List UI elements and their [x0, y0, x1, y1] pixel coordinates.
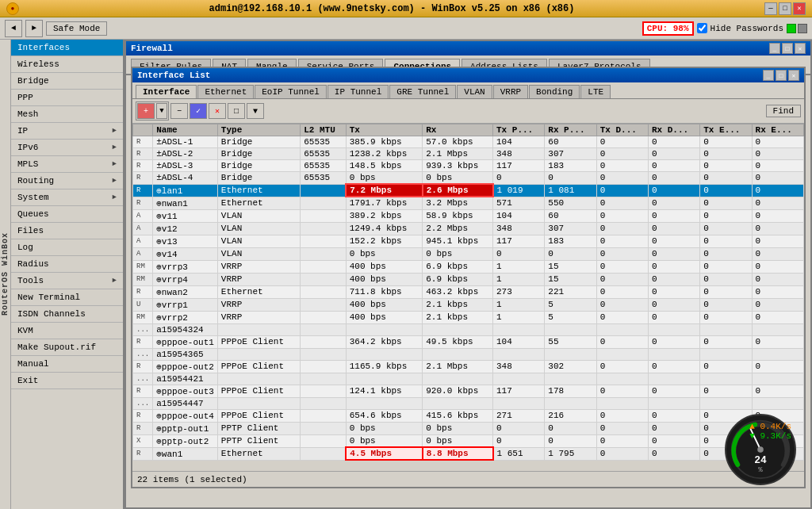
iface-close[interactable]: ✕ — [788, 70, 799, 81]
forward-button[interactable]: ► — [25, 20, 43, 37]
firewall-maximize[interactable]: □ — [782, 43, 793, 54]
inner-tab-eoip-tunnel[interactable]: EoIP Tunnel — [255, 85, 327, 98]
sidebar-item-isdn-channels[interactable]: ISDN Channels — [11, 306, 123, 323]
sidebar-item-manual[interactable]: Manual — [11, 356, 123, 373]
sidebar-item-ipv6[interactable]: IPv6► — [11, 140, 123, 156]
sidebar-item-system[interactable]: System► — [11, 189, 123, 206]
col-header-0[interactable] — [133, 124, 153, 136]
firewall-title-label: Firewall — [131, 44, 173, 53]
inner-tab-interface[interactable]: Interface — [136, 85, 197, 98]
add-button[interactable]: + — [137, 103, 155, 119]
sidebar-item-log[interactable]: Log — [11, 239, 123, 256]
col-header-2[interactable]: Type — [217, 124, 300, 136]
table-row[interactable]: R⊕wan1Ethernet4.5 Mbps8.8 Mbps1 6511 795… — [133, 447, 804, 460]
back-button[interactable]: ◄ — [5, 20, 22, 37]
comment-button[interactable]: □ — [228, 103, 245, 119]
disable-button[interactable]: ✕ — [209, 103, 226, 119]
cell-11: 0 — [752, 247, 803, 260]
cell-9: 0 — [648, 311, 699, 323]
iface-minimize[interactable]: _ — [763, 70, 774, 81]
table-row[interactable]: ...a15954421 — [133, 373, 804, 385]
iface-toolbar: + ▼ − ✓ ✕ □ ▼ Find — [132, 99, 804, 124]
sidebar-item-exit[interactable]: Exit — [11, 373, 123, 389]
table-row[interactable]: RM⊕vrrp4VRRP400 bps6.9 kbps1150000 — [133, 273, 804, 285]
table-row[interactable]: A⊕v14VLAN0 bps0 bps000000 — [133, 247, 804, 260]
table-row[interactable]: ...a15954365 — [133, 348, 804, 360]
cell-8 — [596, 373, 648, 385]
cell-5: 939.3 kbps — [423, 160, 493, 172]
sidebar-item-new-terminal[interactable]: New Terminal — [11, 289, 123, 306]
sidebar-item-wireless[interactable]: Wireless — [11, 56, 123, 73]
col-header-11[interactable]: Rx E... — [752, 124, 803, 136]
col-header-5[interactable]: Rx — [423, 124, 493, 136]
minimize-button[interactable]: ─ — [764, 2, 777, 15]
close-button[interactable]: ✕ — [793, 2, 806, 15]
enable-button[interactable]: ✓ — [190, 103, 207, 119]
table-row[interactable]: R⊕pppoe-out4PPPoE Client654.6 kbps415.6 … — [133, 409, 804, 422]
table-row[interactable]: R±ADSL-1Bridge65535385.9 kbps57.0 kbps10… — [133, 136, 804, 148]
gauge-background: 24 % ▲ 0.4K/s ▼ 9.3K/s — [725, 414, 796, 485]
sidebar-item-files[interactable]: Files — [11, 223, 123, 239]
filter-button[interactable]: ▼ — [247, 103, 264, 119]
col-header-9[interactable]: Rx D... — [648, 124, 699, 136]
table-row[interactable]: U⊕vrrp1VRRP400 bps2.1 kbps150000 — [133, 298, 804, 311]
table-row[interactable]: A⊕v12VLAN1249.4 kbps2.2 Mbps3483070000 — [133, 222, 804, 235]
inner-tab-ip-tunnel[interactable]: IP Tunnel — [327, 85, 389, 98]
inner-tab-ethernet[interactable]: Ethernet — [197, 85, 254, 98]
inner-tab-vlan[interactable]: VLAN — [457, 85, 492, 98]
cpu-checkbox[interactable] — [697, 23, 707, 33]
table-row[interactable]: X⊕pptp-out2PPTP Client0 bps0 bps000000 — [133, 434, 804, 447]
firewall-close[interactable]: ✕ — [795, 43, 806, 54]
inner-tab-bonding[interactable]: Bonding — [529, 85, 580, 98]
table-row[interactable]: R⊕lan1Ethernet7.2 Mbps2.6 Mbps1 0191 081… — [133, 184, 804, 197]
sidebar-item-radius[interactable]: Radius — [11, 256, 123, 273]
sidebar-item-interfaces[interactable]: Interfaces — [11, 40, 123, 56]
sidebar-item-tools[interactable]: Tools► — [11, 273, 123, 289]
table-row[interactable]: R±ADSL-2Bridge655351238.2 kbps2.1 Mbps34… — [133, 148, 804, 160]
firewall-minimize[interactable]: _ — [769, 43, 780, 54]
table-row[interactable]: R⊕pppoe-out3PPPoE Client124.1 kbps920.0 … — [133, 385, 804, 397]
col-header-4[interactable]: Tx — [346, 124, 423, 136]
table-row[interactable]: R⊕pptp-out1PPTP Client0 bps0 bps000000 — [133, 422, 804, 434]
table-row[interactable]: RM⊕vrrp2VRRP400 bps2.1 kbps150000 — [133, 311, 804, 323]
table-row[interactable]: A⊕v11VLAN389.2 kbps58.9 kbps104600000 — [133, 209, 804, 222]
iface-maximize[interactable]: □ — [776, 70, 787, 81]
safe-mode-button[interactable]: Safe Mode — [46, 21, 107, 36]
table-row[interactable]: A⊕v13VLAN152.2 kbps945.1 kbps1171830000 — [133, 235, 804, 247]
table-row[interactable]: R⊕nwan2Ethernet711.8 kbps463.2 kbps27322… — [133, 285, 804, 298]
col-header-8[interactable]: Tx D... — [596, 124, 648, 136]
sidebar-item-queues[interactable]: Queues — [11, 206, 123, 223]
table-row[interactable]: ...a15954447 — [133, 397, 804, 409]
add-dropdown-button[interactable]: ▼ — [156, 103, 167, 119]
maximize-button[interactable]: □ — [779, 2, 791, 15]
sidebar-item-mesh[interactable]: Mesh — [11, 106, 123, 123]
cell-6 — [493, 373, 545, 385]
sidebar-item-ppp[interactable]: PPP — [11, 90, 123, 106]
col-header-10[interactable]: Tx E... — [700, 124, 752, 136]
table-row[interactable]: R±ADSL-3Bridge65535148.5 kbps939.3 kbps1… — [133, 160, 804, 172]
col-header-1[interactable]: Name — [153, 124, 218, 136]
sidebar-item-ip[interactable]: IP► — [11, 123, 123, 140]
col-header-7[interactable]: Rx P... — [545, 124, 596, 136]
cell-3 — [301, 273, 347, 285]
table-row[interactable]: ...a15954324 — [133, 323, 804, 335]
sidebar-item-mpls[interactable]: MPLS► — [11, 156, 123, 173]
inner-tab-lte[interactable]: LTE — [580, 85, 611, 98]
table-row[interactable]: RM⊕vrrp3VRRP400 bps6.9 kbps1150000 — [133, 260, 804, 273]
sidebar-item-bridge[interactable]: Bridge — [11, 73, 123, 90]
cell-4: 7.2 Mbps — [346, 184, 423, 197]
table-row[interactable]: R⊕nwan1Ethernet1791.7 kbps3.2 Mbps571550… — [133, 197, 804, 209]
sidebar-item-kvm[interactable]: KVM — [11, 323, 123, 339]
table-row[interactable]: R⊕pppoe-out2PPPoE Client1165.9 kbps2.1 M… — [133, 360, 804, 373]
col-header-3[interactable]: L2 MTU — [301, 124, 347, 136]
inner-tab-gre-tunnel[interactable]: GRE Tunnel — [389, 85, 456, 98]
remove-button[interactable]: − — [170, 103, 188, 119]
table-row[interactable]: R⊕pppoe-out1PPPoE Client364.2 kbps49.5 k… — [133, 335, 804, 348]
cell-3 — [301, 447, 347, 460]
sidebar-item-make-supout.rif[interactable]: Make Supout.rif — [11, 339, 123, 356]
table-row[interactable]: R±ADSL-4Bridge655350 bps0 bps000000 — [133, 172, 804, 185]
col-header-6[interactable]: Tx P... — [493, 124, 545, 136]
sidebar-item-routing[interactable]: Routing► — [11, 173, 123, 189]
inner-tab-vrrp[interactable]: VRRP — [493, 85, 528, 98]
find-button[interactable]: Find — [766, 105, 801, 117]
